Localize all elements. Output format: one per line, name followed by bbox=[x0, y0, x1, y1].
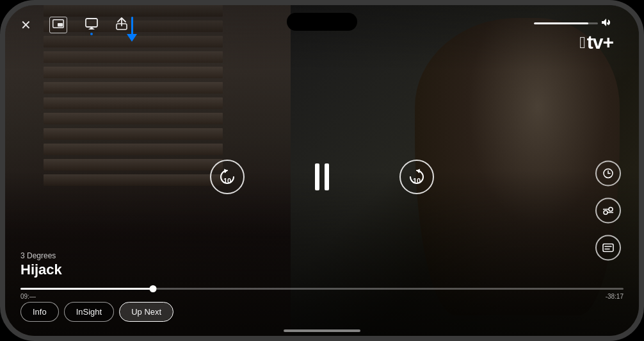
svg-point-8 bbox=[609, 207, 613, 211]
volume-fill bbox=[534, 22, 588, 24]
progress-bar[interactable] bbox=[20, 288, 624, 290]
progress-fill bbox=[20, 288, 153, 290]
tab-up-next[interactable]: Up Next bbox=[119, 302, 173, 322]
dynamic-island bbox=[287, 13, 357, 31]
bottom-tabs: Info InSight Up Next bbox=[20, 302, 173, 322]
show-season-label: 3 Degrees bbox=[20, 251, 62, 260]
subtitles-button[interactable] bbox=[595, 235, 621, 260]
time-remaining: -38:17 bbox=[606, 293, 624, 300]
forward-number: 10 bbox=[413, 177, 421, 187]
home-indicator bbox=[284, 329, 360, 332]
tab-info[interactable]: Info bbox=[20, 302, 59, 322]
person-in-scene bbox=[402, 18, 620, 315]
progress-thumb[interactable] bbox=[150, 285, 157, 292]
volume-up-button[interactable] bbox=[0, 100, 1, 136]
mute-button[interactable] bbox=[0, 69, 1, 90]
apple-tv-brand:  tv+ bbox=[579, 33, 613, 52]
screen: ✕ bbox=[5, 5, 639, 336]
pause-button[interactable] bbox=[309, 160, 335, 194]
show-title-label: Hijack bbox=[20, 262, 62, 278]
show-info: 3 Degrees Hijack bbox=[20, 251, 62, 278]
svg-point-6 bbox=[604, 210, 608, 214]
center-controls: 10 10 bbox=[210, 160, 434, 194]
time-elapsed: 09:— bbox=[20, 293, 36, 300]
volume-icon bbox=[602, 18, 613, 29]
close-button[interactable]: ✕ bbox=[20, 17, 31, 33]
tab-insight[interactable]: InSight bbox=[64, 302, 114, 322]
blue-arrow-indicator bbox=[127, 17, 137, 42]
share-button[interactable] bbox=[116, 17, 127, 33]
phone-frame: ✕ bbox=[0, 0, 644, 341]
svg-rect-2 bbox=[86, 19, 97, 27]
apple-tv-logo:  tv+ bbox=[534, 18, 613, 52]
pip-button[interactable] bbox=[49, 17, 67, 33]
forward-10-button[interactable]: 10 bbox=[399, 160, 434, 194]
rewind-number: 10 bbox=[223, 177, 231, 187]
time-stamps: 09:— -38:17 bbox=[20, 293, 624, 300]
progress-container[interactable] bbox=[20, 288, 624, 290]
top-controls: ✕ bbox=[20, 17, 127, 33]
audio-tracks-button[interactable] bbox=[595, 197, 621, 223]
svg-rect-1 bbox=[58, 23, 63, 27]
playback-speed-button[interactable] bbox=[595, 160, 621, 186]
volume-down-button[interactable] bbox=[0, 142, 1, 178]
svg-rect-10 bbox=[603, 244, 613, 251]
rewind-10-button[interactable]: 10 bbox=[210, 160, 245, 194]
right-controls bbox=[595, 160, 621, 260]
volume-bar bbox=[534, 22, 598, 24]
airplay-button[interactable] bbox=[85, 18, 98, 33]
